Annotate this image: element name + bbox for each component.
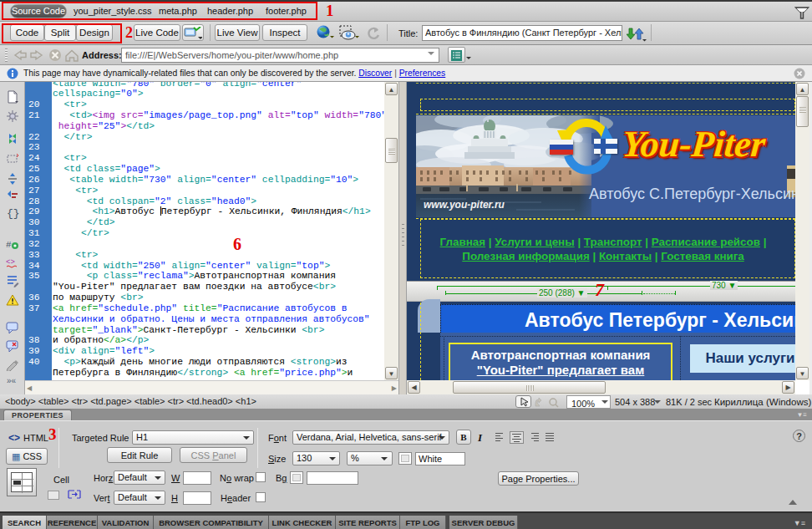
svg-text:<>: <> (6, 258, 15, 267)
svg-text:#: # (6, 240, 12, 250)
svg-text:{}: {} (7, 207, 19, 219)
